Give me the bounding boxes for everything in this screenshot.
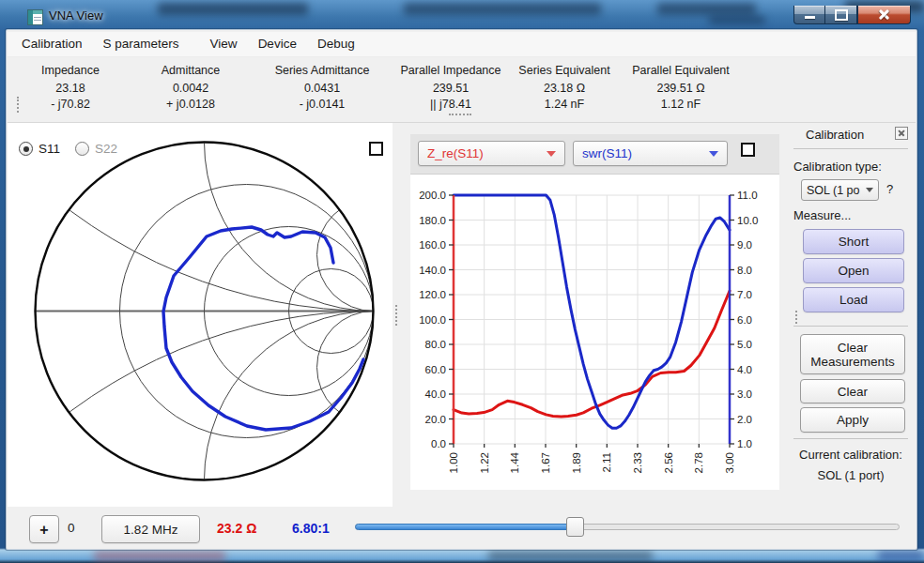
titlebar-blur-blob bbox=[404, 3, 601, 15]
menu-view[interactable]: View bbox=[200, 32, 248, 56]
svg-text:1.22: 1.22 bbox=[479, 452, 490, 473]
svg-text:200.0: 200.0 bbox=[419, 190, 446, 201]
svg-text:2.56: 2.56 bbox=[663, 452, 674, 473]
open-button[interactable]: Open bbox=[803, 258, 904, 283]
radio-s22-icon bbox=[75, 142, 89, 156]
sidebar-close-icon[interactable] bbox=[895, 127, 908, 140]
svg-text:0.0: 0.0 bbox=[431, 438, 446, 449]
radio-s11[interactable]: S11 bbox=[19, 142, 60, 156]
secondary-trace-select[interactable]: swr(S11) bbox=[573, 141, 728, 166]
svg-text:120.0: 120.0 bbox=[419, 289, 446, 300]
sidebar-grip[interactable] bbox=[795, 311, 797, 324]
calibration-type-value: SOL (1 po bbox=[807, 184, 860, 197]
svg-text:10.0: 10.0 bbox=[737, 215, 758, 226]
clear-button[interactable]: Clear bbox=[800, 379, 905, 403]
titlebar-blur-blob bbox=[709, 16, 765, 24]
menu-device[interactable]: Device bbox=[248, 32, 307, 56]
short-button[interactable]: Short bbox=[803, 229, 904, 254]
chart-popout-icon[interactable] bbox=[741, 143, 755, 157]
svg-text:7.0: 7.0 bbox=[737, 289, 752, 300]
svg-text:1.67: 1.67 bbox=[540, 452, 551, 473]
calibration-help[interactable]: ? bbox=[886, 182, 893, 196]
menu-calibration[interactable]: Calibration bbox=[11, 32, 93, 56]
bottom-blur-blob bbox=[488, 551, 653, 561]
close-button[interactable] bbox=[857, 6, 911, 24]
svg-text:6.0: 6.0 bbox=[737, 314, 752, 326]
svg-text:1.00: 1.00 bbox=[448, 452, 459, 473]
radio-s22-label: S22 bbox=[95, 142, 117, 156]
add-marker-button[interactable]: + bbox=[29, 515, 59, 543]
divider bbox=[793, 326, 908, 327]
marker-count: 0 bbox=[68, 521, 75, 535]
radio-s22[interactable]: S22 bbox=[75, 142, 117, 156]
primary-trace-label: Z_re(S11) bbox=[427, 146, 484, 160]
svg-text:3.00: 3.00 bbox=[724, 452, 735, 473]
svg-text:40.0: 40.0 bbox=[425, 388, 446, 400]
measure-label: Measure... bbox=[793, 208, 851, 222]
svg-text:60.0: 60.0 bbox=[425, 364, 446, 375]
sidebar-title: Calibration bbox=[806, 128, 864, 142]
swr-readout: 6.80:1 bbox=[292, 521, 330, 536]
menu-bar: Calibration S parameters View Device Deb… bbox=[8, 32, 916, 57]
svg-text:1.44: 1.44 bbox=[509, 451, 520, 473]
current-calibration-value: SOL (1 port) bbox=[792, 468, 910, 482]
chart-body: 0.020.040.060.080.0100.0120.0140.0160.01… bbox=[410, 175, 779, 490]
svg-text:20.0: 20.0 bbox=[425, 414, 446, 425]
svg-text:1.89: 1.89 bbox=[571, 452, 582, 473]
svg-text:5.0: 5.0 bbox=[737, 339, 752, 350]
toolbar-overflow-grip[interactable] bbox=[449, 114, 471, 115]
primary-trace-select[interactable]: Z_re(S11) bbox=[418, 141, 565, 166]
svg-text:1.0: 1.0 bbox=[737, 438, 752, 449]
stat-series-admittance: Series Admittance0.0431- j0.0141 bbox=[252, 63, 393, 113]
svg-text:11.0: 11.0 bbox=[737, 190, 758, 201]
svg-text:180.0: 180.0 bbox=[419, 215, 446, 226]
maximize-button[interactable] bbox=[825, 6, 857, 24]
app-icon[interactable] bbox=[27, 9, 43, 25]
stat-parallel-equivalent: Parallel Equivalent239.51 Ω1.12 nF bbox=[610, 63, 751, 113]
chevron-down-icon bbox=[709, 151, 718, 157]
clear-measurements-button[interactable]: Clear Measurements bbox=[800, 334, 905, 374]
bottom-blur-blob bbox=[878, 550, 924, 561]
vna-window: VNA View Calibration S parameters View D… bbox=[0, 0, 924, 563]
minimize-icon bbox=[805, 16, 815, 19]
radio-s11-label: S11 bbox=[38, 142, 60, 156]
chevron-down-icon bbox=[866, 188, 873, 192]
caption-buttons bbox=[793, 0, 911, 23]
smith-chart bbox=[8, 123, 393, 507]
bottom-blur-blob bbox=[94, 551, 225, 561]
smith-popout-icon[interactable] bbox=[369, 142, 383, 156]
svg-text:8.0: 8.0 bbox=[737, 265, 752, 276]
titlebar-blur-blob bbox=[158, 3, 308, 15]
chevron-down-icon bbox=[547, 151, 556, 157]
load-button[interactable]: Load bbox=[803, 287, 904, 312]
svg-text:2.33: 2.33 bbox=[632, 452, 643, 473]
divider bbox=[793, 148, 908, 149]
frequency-slider-handle[interactable] bbox=[566, 517, 584, 537]
impedance-readout: 23.2 Ω bbox=[217, 521, 256, 536]
smith-chart-panel bbox=[8, 123, 393, 507]
svg-text:9.0: 9.0 bbox=[737, 239, 752, 251]
menu-debug[interactable]: Debug bbox=[307, 32, 365, 56]
svg-text:2.11: 2.11 bbox=[601, 452, 612, 473]
svg-text:160.0: 160.0 bbox=[419, 239, 446, 251]
panel-splitter-handle[interactable] bbox=[395, 305, 397, 326]
menu-s-parameters[interactable]: S parameters bbox=[93, 32, 190, 56]
frequency-chart: 0.020.040.060.080.0100.0120.0140.0160.01… bbox=[410, 175, 779, 490]
divider bbox=[793, 438, 908, 439]
calibration-type-label: Calibration type: bbox=[793, 160, 882, 174]
maximize-icon bbox=[835, 9, 848, 21]
svg-text:4.0: 4.0 bbox=[737, 364, 752, 375]
svg-text:100.0: 100.0 bbox=[419, 314, 446, 326]
frequency-button[interactable]: 1.82 MHz bbox=[101, 515, 200, 543]
minimize-button[interactable] bbox=[793, 6, 825, 24]
calibration-type-select[interactable]: SOL (1 po bbox=[801, 179, 879, 201]
window-title: VNA View bbox=[49, 8, 103, 23]
svg-text:140.0: 140.0 bbox=[419, 265, 446, 276]
svg-text:3.0: 3.0 bbox=[737, 388, 752, 400]
titlebar-blur-blob bbox=[657, 3, 756, 15]
current-calibration-label: Current calibration: bbox=[792, 448, 910, 462]
svg-text:80.0: 80.0 bbox=[425, 339, 446, 350]
apply-button[interactable]: Apply bbox=[800, 407, 905, 433]
stat-admittance: Admittance0.0042+ j0.0128 bbox=[120, 63, 261, 113]
close-icon bbox=[878, 8, 890, 21]
